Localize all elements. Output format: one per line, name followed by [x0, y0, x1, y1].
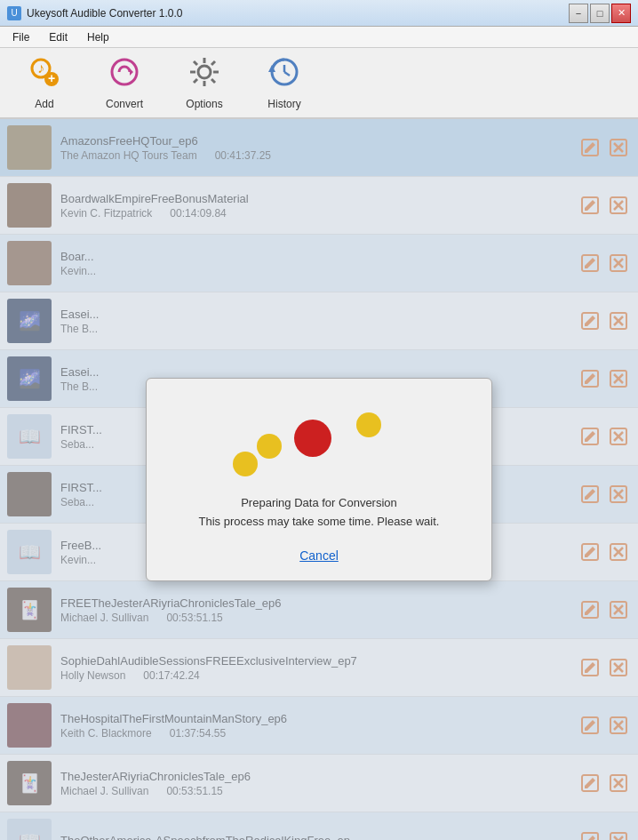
menu-help[interactable]: Help: [78, 29, 118, 45]
cancel-button[interactable]: Cancel: [299, 548, 339, 563]
options-button[interactable]: Options: [169, 52, 240, 114]
modal-message: Preparing Data for Conversion This proce…: [199, 494, 440, 532]
dot-3: [233, 452, 258, 476]
window-title: Ukeysoft Audible Converter 1.0.0: [27, 7, 182, 20]
minimize-button[interactable]: −: [569, 4, 588, 23]
dot-red: [294, 420, 331, 457]
options-icon: [188, 56, 220, 94]
close-button[interactable]: ✕: [611, 4, 631, 23]
content-area: AmazonsFreeHQTour_ep6 The Amazon HQ Tour…: [0, 119, 638, 840]
svg-line-14: [194, 79, 197, 83]
add-label: Add: [35, 98, 53, 110]
svg-line-13: [211, 61, 215, 65]
svg-text:♪: ♪: [37, 60, 44, 76]
history-label: History: [267, 98, 300, 110]
title-bar: U Ukeysoft Audible Converter 1.0.0 − □ ✕: [0, 0, 638, 27]
loading-animation: [164, 405, 474, 476]
convert-label: Convert: [106, 98, 143, 110]
add-icon: ♪ +: [28, 56, 60, 94]
modal-line1: Preparing Data for Conversion: [199, 494, 440, 513]
options-label: Options: [186, 98, 222, 110]
svg-line-18: [284, 72, 290, 76]
modal-box: Preparing Data for Conversion This proce…: [146, 378, 492, 582]
window-controls: − □ ✕: [569, 4, 631, 23]
menu-file[interactable]: File: [4, 29, 38, 45]
convert-icon: [108, 56, 140, 94]
modal-overlay: Preparing Data for Conversion This proce…: [0, 119, 638, 840]
convert-button[interactable]: Convert: [89, 52, 160, 114]
svg-point-6: [198, 66, 211, 78]
add-button[interactable]: ♪ + Add: [9, 52, 80, 114]
app-icon: U: [7, 6, 21, 20]
modal-line2: This process may take some time. Please …: [199, 513, 440, 532]
dot-1: [257, 434, 282, 459]
menu-edit[interactable]: Edit: [40, 29, 76, 45]
history-button[interactable]: History: [249, 52, 320, 114]
svg-marker-5: [130, 68, 133, 76]
history-icon: [268, 56, 300, 94]
svg-line-12: [211, 79, 215, 83]
menu-bar: File Edit Help: [0, 27, 638, 48]
maximize-button[interactable]: □: [590, 4, 610, 23]
dot-2: [356, 412, 381, 437]
toolbar: ♪ + Add Convert: [0, 48, 638, 119]
svg-line-11: [194, 61, 197, 65]
svg-text:+: +: [48, 71, 55, 85]
